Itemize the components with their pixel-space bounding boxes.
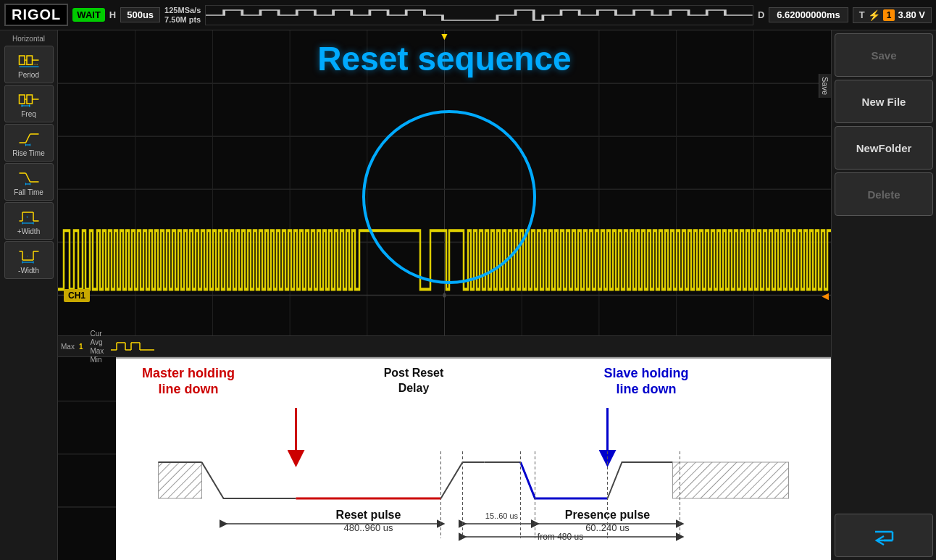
new-file-button[interactable]: New File — [835, 80, 933, 123]
ch1-label: CH1 — [64, 289, 90, 302]
new-folder-button[interactable]: NewFolder — [835, 126, 933, 170]
svg-rect-78 — [673, 462, 789, 498]
t-label: T — [859, 9, 865, 20]
freq-button[interactable]: Freq — [4, 85, 54, 122]
rigol-logo: RIGOL — [4, 4, 68, 26]
main-layout: Horizontal Period Freq — [0, 30, 936, 560]
sample-rate: 125MSa/s — [164, 6, 201, 14]
master-holding-text: Master holdingline down — [142, 366, 235, 396]
svg-text:+: + — [25, 214, 28, 218]
scope-status-bar: Max 1 Cur Avg Max Min — [58, 335, 831, 357]
annotation-top: Master holdingline down Post ResetDelay … — [116, 359, 831, 397]
sample-pts: 7.50M pts — [164, 15, 201, 24]
save-button[interactable]: Save — [835, 33, 933, 77]
top-right-group: D 6.62000000ms T ⚡ 1 3.80 V — [758, 7, 932, 23]
status-badge: WAIT — [72, 8, 105, 22]
cur-label: Cur — [90, 330, 104, 338]
right-sidebar: Save New File NewFolder Delete — [831, 30, 936, 560]
status-waveform-icon — [111, 337, 154, 356]
freq-label: Freq — [21, 110, 36, 118]
delete-button[interactable]: Delete — [835, 172, 933, 216]
period-button[interactable]: Period — [4, 46, 54, 83]
d-label: D — [758, 9, 764, 20]
period-label: Period — [18, 71, 39, 79]
svg-rect-74 — [159, 462, 202, 498]
scope-screen: ▼ Reset sequence CH1 ◄ Save Max 1 Cur Av… — [58, 30, 831, 560]
blue-circle-annotation — [362, 110, 536, 284]
top-voltage: 3.80 V — [898, 9, 925, 20]
svg-rect-2 — [27, 56, 33, 64]
annotation-diagram: Reset pulse 480..960 us 15..60 us Presen… — [116, 397, 831, 542]
horizontal-label: Horizontal — [0, 33, 57, 44]
rise-time-label: Rise Time — [12, 149, 44, 157]
channel-box: 1 — [883, 9, 895, 21]
waveform-mini — [205, 5, 753, 25]
annotation-panel: Master holdingline down Post ResetDelay … — [116, 357, 831, 560]
svg-rect-8 — [27, 95, 33, 104]
fall-time-label: Fall Time — [14, 188, 43, 196]
slave-holding-text: Slave holdingline down — [603, 366, 688, 396]
svg-line-14 — [25, 134, 30, 143]
left-sidebar: Horizontal Period Freq — [0, 30, 58, 560]
minus-width-label: -Width — [18, 267, 39, 275]
max-label: Max — [61, 343, 75, 351]
svg-rect-0 — [19, 56, 25, 64]
avg-label: Avg — [90, 338, 104, 346]
save-vertical-label: Save — [819, 74, 831, 98]
svg-line-20 — [25, 173, 30, 182]
svg-rect-6 — [19, 95, 25, 104]
plus-width-label: +Width — [17, 227, 40, 235]
ch1-status-num: 1 — [79, 343, 83, 351]
minus-width-button[interactable]: - -Width — [4, 241, 54, 279]
min-label: Min — [90, 356, 104, 364]
t-group: T ⚡ 1 3.80 V — [853, 7, 932, 23]
d-value: 6.62000000ms — [769, 7, 848, 22]
h-value[interactable]: 500us — [120, 7, 160, 22]
svg-text:-: - — [26, 253, 28, 257]
plus-width-button[interactable]: + +Width — [4, 202, 54, 240]
post-reset-text: Post ResetDelay — [384, 367, 444, 394]
top-bar: RIGOL WAIT H 500us 125MSa/s 7.50M pts D … — [0, 0, 936, 30]
h-label: H — [109, 9, 116, 20]
svg-text:Reset pulse: Reset pulse — [336, 509, 401, 521]
max-val-label: Max — [90, 347, 104, 355]
svg-text:15..60 us: 15..60 us — [485, 511, 519, 520]
t-marker-right: ◄ — [819, 290, 831, 303]
lightning-icon: ⚡ — [868, 9, 880, 21]
fall-time-button[interactable]: Fall Time — [4, 163, 54, 201]
enter-button[interactable] — [835, 514, 933, 557]
rise-time-button[interactable]: Rise Time — [4, 124, 54, 162]
